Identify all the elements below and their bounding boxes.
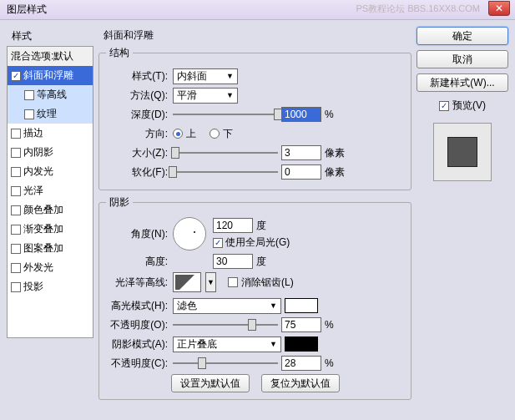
list-satin[interactable]: 光泽 [8,181,93,200]
gloss-label: 光泽等高线: [106,276,169,290]
list-stroke[interactable]: 描边 [8,124,93,143]
window-title: 图层样式 [7,3,47,17]
altitude-unit: 度 [256,255,266,269]
styles-header: 样式 [7,27,93,46]
shadow-opac-unit: % [325,357,353,369]
hilite-color-swatch[interactable] [285,298,318,313]
checkbox-icon[interactable] [11,129,21,139]
checkbox-icon[interactable] [11,186,21,196]
soften-input[interactable]: 0 [281,164,321,180]
direction-up-radio[interactable] [173,129,183,139]
checkbox-icon[interactable] [11,282,21,292]
panel-heading: 斜面和浮雕 [98,27,411,46]
preview-swatch [433,123,492,181]
method-label: 方法(Q): [106,89,169,103]
direction-label: 方向: [106,127,169,141]
chevron-down-icon: ▼ [226,72,234,80]
list-inner-glow[interactable]: 内发光 [8,162,93,181]
hilite-opac-label: 不透明度(O): [106,318,169,332]
size-unit: 像素 [325,146,353,160]
structure-legend: 结构 [106,46,133,60]
depth-slider[interactable] [173,109,278,120]
hilite-mode-dropdown[interactable]: 滤色▼ [173,298,281,314]
hilite-mode-label: 高光模式(H): [106,299,169,313]
list-pattern-overlay[interactable]: 图案叠加 [8,239,93,258]
checkbox-icon[interactable] [11,205,21,215]
preview-checkbox[interactable] [439,101,449,111]
make-default-button[interactable]: 设置为默认值 [171,374,250,392]
reset-default-button[interactable]: 复位为默认值 [261,374,340,392]
checkbox-icon[interactable] [11,71,21,81]
list-outer-glow[interactable]: 外发光 [8,258,93,277]
chevron-down-icon: ▼ [270,301,277,310]
shadow-color-swatch[interactable] [285,337,318,352]
close-button[interactable]: ✕ [488,1,510,16]
depth-unit: % [325,109,353,120]
antialias-checkbox[interactable] [228,277,238,287]
size-label: 大小(Z): [106,146,169,160]
direction-down-radio[interactable] [210,129,220,139]
checkbox-icon[interactable] [11,244,21,254]
antialias-label: 消除锯齿(L) [241,276,294,290]
checkbox-icon[interactable] [24,90,34,100]
watermark: PS教程论坛 BBS.16XX8.COM [356,3,480,15]
altitude-label: 高度: [106,255,169,269]
checkbox-icon[interactable] [11,167,21,177]
checkbox-icon[interactable] [11,148,21,158]
list-drop-shadow[interactable]: 投影 [8,277,93,296]
cancel-button[interactable]: 取消 [417,50,508,68]
global-light-checkbox[interactable] [213,238,223,248]
shading-group: 阴影 角度(N): 120 度 使用全局光(G) 高度: [98,195,411,400]
size-input[interactable]: 3 [281,145,321,160]
soften-label: 软化(F): [106,165,169,180]
list-texture[interactable]: 纹理 [8,104,93,124]
shadow-opac-input[interactable]: 28 [281,356,321,371]
angle-unit: 度 [256,219,266,233]
shading-legend: 阴影 [106,195,133,210]
checkbox-icon[interactable] [11,225,21,235]
list-bevel-emboss[interactable]: 斜面和浮雕 [8,66,93,85]
ok-button[interactable]: 确定 [417,27,508,45]
size-slider[interactable] [173,147,278,159]
depth-label: 深度(D): [106,108,169,122]
gloss-contour-picker[interactable] [173,272,201,292]
style-dropdown[interactable]: 内斜面▼ [173,68,238,84]
gloss-contour-dropdown[interactable]: ▼ [205,272,216,292]
checkbox-icon[interactable] [11,263,21,273]
list-gradient-overlay[interactable]: 渐变叠加 [8,220,93,239]
checkbox-icon[interactable] [24,109,34,119]
list-blend-options[interactable]: 混合选项:默认 [8,47,93,66]
depth-input[interactable]: 1000 [281,107,321,122]
shadow-opac-label: 不透明度(C): [106,357,169,371]
style-label: 样式(T): [106,69,169,83]
actions-panel: 确定 取消 新建样式(W)... 预览(V) [417,27,508,418]
soften-slider[interactable] [173,166,278,178]
list-inner-shadow[interactable]: 内阴影 [8,143,93,162]
close-icon: ✕ [495,3,503,14]
list-contour[interactable]: 等高线 [8,85,93,104]
shadow-mode-dropdown[interactable]: 正片叠底▼ [173,337,281,352]
styles-panel: 样式 混合选项:默认 斜面和浮雕 等高线 纹理 描边 内阴影 内发光 光泽 颜色… [7,27,93,418]
soften-unit: 像素 [325,165,353,180]
angle-dial[interactable] [173,217,206,250]
structure-group: 结构 样式(T): 内斜面▼ 方法(Q): 平滑▼ 深度(D): 1000 % … [98,46,411,190]
hilite-opac-slider[interactable] [173,319,278,331]
chevron-down-icon: ▼ [207,278,215,286]
angle-label: 角度(N): [106,227,169,241]
method-dropdown[interactable]: 平滑▼ [173,88,238,104]
preview-inner [447,137,477,167]
altitude-input[interactable]: 30 [213,254,253,269]
styles-list: 混合选项:默认 斜面和浮雕 等高线 纹理 描边 内阴影 内发光 光泽 颜色叠加 … [7,46,93,338]
global-light-label: 使用全局光(G) [225,235,290,250]
angle-input[interactable]: 120 [213,218,253,233]
hilite-opac-input[interactable]: 75 [281,317,321,332]
list-color-overlay[interactable]: 颜色叠加 [8,200,93,220]
chevron-down-icon: ▼ [226,91,234,99]
shadow-mode-label: 阴影模式(A): [106,337,169,352]
new-style-button[interactable]: 新建样式(W)... [417,73,508,92]
chevron-down-icon: ▼ [270,340,277,348]
shadow-opac-slider[interactable] [173,357,278,369]
hilite-opac-unit: % [325,319,353,331]
settings-panel: 斜面和浮雕 结构 样式(T): 内斜面▼ 方法(Q): 平滑▼ 深度(D): 1… [98,27,411,418]
preview-label: 预览(V) [452,99,486,113]
